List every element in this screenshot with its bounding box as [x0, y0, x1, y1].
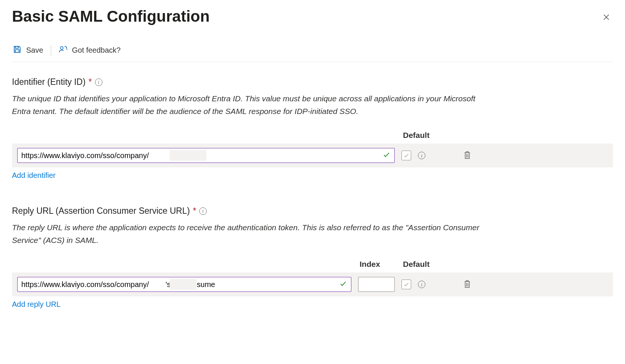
- identifier-delete-button[interactable]: [462, 149, 473, 162]
- panel-title: Basic SAML Configuration: [12, 7, 210, 25]
- reply-url-section: Reply URL (Assertion Consumer Service UR…: [12, 206, 613, 309]
- reply-url-description: The reply URL is where the application e…: [12, 221, 483, 246]
- reply-default-checkbox[interactable]: [401, 280, 411, 289]
- identifier-label-text: Identifier (Entity ID): [12, 77, 86, 87]
- required-star: *: [89, 77, 92, 87]
- identifier-description: The unique ID that identifies your appli…: [12, 92, 483, 117]
- info-icon[interactable]: i: [95, 78, 102, 86]
- save-button[interactable]: Save: [12, 43, 44, 57]
- identifier-default-checkbox[interactable]: [401, 151, 411, 160]
- default-header: Default: [403, 131, 452, 140]
- identifier-column-headers: Default: [12, 131, 613, 140]
- trash-icon: [463, 284, 471, 290]
- info-icon[interactable]: i: [199, 207, 207, 215]
- required-star: *: [193, 206, 196, 216]
- identifier-label: Identifier (Entity ID) * i: [12, 77, 613, 87]
- add-identifier-link[interactable]: Add identifier: [12, 171, 56, 180]
- toolbar-separator: [51, 45, 51, 56]
- save-icon: [13, 45, 22, 56]
- save-label: Save: [26, 46, 43, 55]
- feedback-icon: [59, 45, 68, 56]
- close-button[interactable]: [600, 10, 613, 25]
- reply-url-row: i: [12, 272, 613, 296]
- svg-point-1: [60, 47, 63, 49]
- trash-icon: [463, 155, 471, 161]
- reply-column-headers: Index Default: [12, 260, 613, 269]
- identifier-row: i: [12, 144, 613, 167]
- reply-index-input[interactable]: [358, 277, 395, 292]
- svg-point-2: [67, 49, 67, 50]
- default-header: Default: [403, 260, 452, 269]
- feedback-button[interactable]: Got feedback?: [58, 43, 121, 57]
- svg-rect-0: [15, 50, 19, 52]
- info-icon[interactable]: i: [418, 281, 425, 288]
- reply-url-label-text: Reply URL (Assertion Consumer Service UR…: [12, 206, 190, 216]
- feedback-label: Got feedback?: [72, 46, 121, 55]
- redacted-block: [170, 279, 197, 290]
- close-icon: [603, 16, 610, 22]
- reply-delete-button[interactable]: [462, 278, 473, 291]
- index-header: Index: [360, 260, 403, 269]
- reply-url-label: Reply URL (Assertion Consumer Service UR…: [12, 206, 613, 216]
- redacted-block: [170, 150, 206, 161]
- info-icon[interactable]: i: [418, 152, 425, 159]
- identifier-section: Identifier (Entity ID) * i The unique ID…: [12, 77, 613, 180]
- toolbar: Save Got feedback?: [12, 43, 613, 62]
- add-reply-url-link[interactable]: Add reply URL: [12, 300, 61, 309]
